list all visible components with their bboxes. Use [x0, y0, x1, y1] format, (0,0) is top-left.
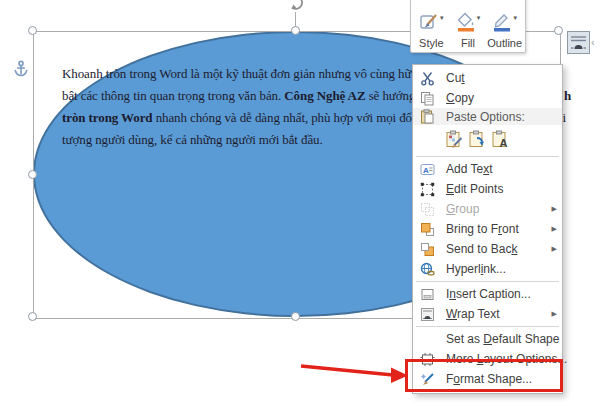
dropdown-caret-icon: ▾ [440, 14, 444, 22]
fill-icon [456, 12, 476, 36]
paste-icon [415, 109, 439, 124]
menu-item-bring-to-front[interactable]: Bring to Front ▶ [413, 219, 562, 239]
fill-button[interactable]: ▾ Fill [450, 12, 486, 52]
menu-item-edit-points[interactable]: Edit Points [413, 179, 562, 199]
outline-button-label: Outline [487, 37, 522, 49]
paste-options-row: A [413, 125, 562, 154]
annotation-arrow [295, 360, 413, 388]
menu-separator [416, 326, 559, 327]
insert-caption-icon [415, 287, 439, 302]
doc-text-line: bật các thông tin quan trọng trong văn b… [62, 86, 437, 106]
send-to-back-icon [415, 242, 439, 257]
menu-item-hyperlink[interactable]: Hyperlink... [413, 259, 562, 279]
menu-item-group: Group ▶ [413, 199, 562, 219]
submenu-arrow-icon: ▶ [552, 310, 557, 318]
resize-handle-top-left[interactable] [28, 26, 37, 35]
doc-text-fragment: h [564, 86, 571, 106]
bring-to-front-icon [415, 222, 439, 237]
mini-format-toolbar: ▾ Style ▾ Fill ▾ Out [410, 0, 526, 53]
dropdown-caret-icon: ▾ [513, 14, 517, 22]
paste-keep-text-only-button[interactable]: A [490, 129, 510, 149]
submenu-arrow-icon: ▶ [552, 205, 557, 213]
wrap-text-icon [415, 307, 439, 322]
outline-button[interactable]: ▾ Outline [487, 12, 523, 52]
dropdown-caret-icon: ▾ [477, 14, 481, 22]
menu-separator [416, 281, 559, 282]
cut-icon [415, 71, 439, 86]
menu-item-set-default-shape[interactable]: Set as Default Shape [413, 329, 562, 349]
menu-item-add-text[interactable]: A Add Text [413, 159, 562, 179]
hyperlink-icon [415, 262, 439, 277]
edit-points-icon [415, 182, 439, 197]
resize-handle-middle-left[interactable] [28, 170, 37, 179]
resize-handle-top-middle[interactable] [291, 26, 300, 35]
menu-separator [416, 156, 559, 157]
resize-handle-top-right[interactable] [554, 26, 563, 35]
submenu-arrow-icon: ▶ [552, 225, 557, 233]
group-icon [415, 202, 439, 217]
svg-text:A: A [499, 137, 507, 149]
style-button-label: Style [419, 37, 443, 49]
style-button[interactable]: ▾ Style [413, 12, 449, 52]
add-text-icon: A [415, 162, 439, 177]
anchor-icon [13, 60, 29, 82]
flyout-chevron-icon: ‹ [591, 36, 595, 48]
menu-item-send-to-back[interactable]: Send to Back ▶ [413, 239, 562, 259]
resize-handle-bottom-middle[interactable] [291, 312, 300, 321]
paste-keep-source-formatting-button[interactable] [444, 129, 464, 149]
shape-style-icon [419, 12, 439, 36]
submenu-arrow-icon: ▶ [552, 245, 557, 253]
menu-item-cut[interactable]: Cut [413, 68, 562, 88]
fill-button-label: Fill [461, 37, 475, 49]
paste-options-header: Paste Options: [413, 108, 562, 125]
svg-text:A: A [423, 165, 429, 174]
menu-item-copy[interactable]: Copy [413, 88, 562, 108]
menu-item-format-shape[interactable]: Format Shape... [413, 369, 562, 389]
layout-options-button[interactable] [567, 31, 590, 54]
doc-text-line: tượng người dùng, kể cả những người mới … [62, 130, 323, 150]
doc-text-line: Khoanh tròn trong Word là một kỹ thuật đ… [62, 64, 437, 84]
rotate-handle-icon[interactable] [286, 0, 306, 17]
copy-icon [415, 91, 439, 106]
paste-merge-formatting-button[interactable] [467, 129, 487, 149]
word-canvas: Khoanh tròn trong Word là một kỹ thuật đ… [0, 0, 600, 406]
layout-options-icon [569, 33, 588, 52]
menu-item-insert-caption[interactable]: Insert Caption... [413, 284, 562, 304]
menu-item-wrap-text[interactable]: Wrap Text ▶ [413, 304, 562, 324]
more-layout-options-icon [415, 352, 439, 367]
format-shape-icon [415, 372, 439, 387]
outline-icon [492, 12, 512, 36]
menu-item-more-layout-options[interactable]: More Layout Options... [413, 349, 562, 369]
context-menu: Cut Copy Paste Options: [412, 64, 563, 394]
resize-handle-bottom-left[interactable] [28, 312, 37, 321]
doc-text-line: tròn trong Word nhanh chóng và dễ dàng n… [62, 108, 416, 128]
